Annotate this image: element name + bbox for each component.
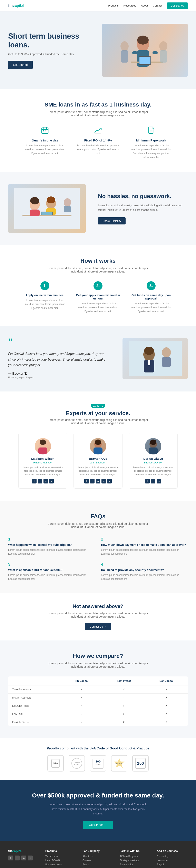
footer-link-partnerships[interactable]: Partnerships xyxy=(120,863,151,866)
footer-link-line-of-credit[interactable]: Line of Credit xyxy=(45,859,76,862)
faq-num-3: 3 xyxy=(8,562,95,567)
step-3-number: 3. xyxy=(146,281,156,290)
svg-point-33 xyxy=(64,198,71,207)
footer-link-press[interactable]: Press xyxy=(83,863,113,866)
footer-link-sba-loans[interactable]: SBA Loans xyxy=(45,867,76,868)
footer: fincapital f t in y Products Term Loans … xyxy=(0,841,196,868)
svg-rect-44 xyxy=(162,357,171,367)
twitter-icon[interactable]: t xyxy=(38,479,42,484)
footer-services: Add-on Services Consulting Insurance Pay… xyxy=(157,849,188,868)
comp-row-0: Zero Paperwork✓✓✗ xyxy=(8,685,188,693)
footer-youtube-icon[interactable]: y xyxy=(28,856,33,861)
svg-rect-5 xyxy=(153,51,158,54)
linkedin-icon-3[interactable]: in xyxy=(157,479,161,484)
how-subtext: Lorem ipsum dolor sit amet, consectetur … xyxy=(47,267,149,273)
contact-us-button[interactable]: Contact Us → xyxy=(85,623,111,630)
svg-rect-10 xyxy=(121,50,128,63)
step-3: 3. Get funds on same day upon approval. … xyxy=(129,281,173,314)
how-heading: How it works xyxy=(8,257,188,264)
svg-rect-53 xyxy=(149,447,158,455)
svg-rect-8 xyxy=(139,57,151,64)
svg-point-39 xyxy=(144,347,154,355)
facebook-icon[interactable]: f xyxy=(32,479,37,484)
feature-paperwork-text: Lorem ipsum suspendisse facilisis interd… xyxy=(129,144,173,159)
comp-cell-1-2: ✗ xyxy=(145,693,188,702)
twitter-icon-2[interactable]: t xyxy=(90,479,95,484)
navigation: fincapital Products Resources About Cont… xyxy=(0,0,196,11)
svg-rect-13 xyxy=(42,128,48,133)
team-social-madison: f t in y xyxy=(23,479,63,484)
footer-link-about[interactable]: About Us xyxy=(83,855,113,858)
hero-section: Short term business loans. Get Up to $50… xyxy=(0,11,196,89)
footer-link-investments[interactable]: Investments xyxy=(120,867,151,868)
footer-link-consulting[interactable]: Consulting xyxy=(157,855,188,858)
footer-link-affiliate[interactable]: Affiliate Program xyxy=(120,855,151,858)
nav-link-products[interactable]: Products xyxy=(108,4,119,7)
facebook-icon-2[interactable]: f xyxy=(84,479,89,484)
comparison-table: Fin Capital Fast Invest Bar Capital Zero… xyxy=(8,677,188,726)
hero-cta-button[interactable]: Get Started xyxy=(8,61,33,69)
footer-link-careers[interactable]: Careers xyxy=(83,859,113,862)
not-answered-section: Not answered above? Lorem ipsum dolor si… xyxy=(0,593,196,641)
footer-instagram-icon[interactable]: in xyxy=(21,856,26,861)
step-2-title: Get your application reviewed in an hour… xyxy=(75,293,121,300)
compliance-heading: Proudly compliant with the SFA Code of G… xyxy=(8,747,188,750)
svg-point-43 xyxy=(162,347,171,358)
avatar-brayton xyxy=(90,438,106,455)
facebook-icon-3[interactable]: f xyxy=(145,479,150,484)
experts-subtext: Lorem ipsum dolor sit amet, consectetur … xyxy=(47,418,149,425)
svg-point-11 xyxy=(159,41,167,51)
footer-cta-button[interactable]: Get Started → xyxy=(83,821,113,829)
footer-twitter-icon[interactable]: t xyxy=(15,856,20,861)
badge-certified: Certified Member xyxy=(69,755,85,772)
no-hassles-illustration xyxy=(14,188,79,229)
comp-cell-1-0: ✓ xyxy=(61,693,102,702)
footer-link-contact[interactable]: Contact xyxy=(83,867,113,868)
footer-link-payroll[interactable]: Payroll xyxy=(157,863,188,866)
youtube-icon-2[interactable]: y xyxy=(107,479,112,484)
hero-image xyxy=(102,24,188,77)
feature-paperwork-title: Minimum Paperwork xyxy=(129,138,173,142)
svg-rect-29 xyxy=(30,210,40,216)
faqs-subtext: Lorem ipsum dolor sit amet, consectetur … xyxy=(47,522,149,529)
twitter-icon-3[interactable]: t xyxy=(151,479,155,484)
svg-text:Clients: Clients xyxy=(96,764,100,766)
comp-cell-2-0: ✓ xyxy=(61,702,102,710)
feature-qualify: Qualify in one day Lorem ipsum suspendis… xyxy=(23,125,67,159)
linkedin-icon[interactable]: in xyxy=(43,479,48,484)
check-eligibility-button[interactable]: Check Eligibility xyxy=(98,217,126,224)
step-1-title: Apply online within minutes. xyxy=(23,293,67,297)
footer-brand: fincapital f t in y xyxy=(8,849,39,868)
footer-products-heading: Products xyxy=(45,849,76,852)
comp-label-0: Zero Paperwork xyxy=(8,685,61,693)
svg-rect-50 xyxy=(94,447,102,455)
faqs-heading: FAQs xyxy=(8,513,188,520)
footer-link-business-loans[interactable]: Business Loans xyxy=(45,863,76,866)
linkedin-icon-2[interactable]: in xyxy=(101,479,106,484)
comp-row-1: Instant Approval✓✓✗ xyxy=(8,693,188,702)
youtube-icon[interactable]: y xyxy=(49,479,54,484)
footer-facebook-icon[interactable]: f xyxy=(8,856,13,861)
footer-partners: Partner With Us Affiliate Program Strate… xyxy=(120,849,151,868)
footer-link-accounting[interactable]: Accounting xyxy=(157,867,188,868)
badge-150: 150 xyxy=(132,755,149,772)
svg-rect-4 xyxy=(132,51,137,54)
no-hassles-text: Lorem ipsum dolor sit amet, consectetur … xyxy=(98,203,188,212)
instagram-icon[interactable]: ig xyxy=(96,479,100,484)
team-text-brayton: Lorem ipsum dolor sit amet, consectetur … xyxy=(78,466,118,476)
testimonial-author: — Booker T. Founder, Akpho Inspire xyxy=(8,372,110,379)
svg-point-28 xyxy=(30,197,39,205)
nav-link-resources[interactable]: Resources xyxy=(124,4,136,7)
nav-link-about[interactable]: About xyxy=(141,4,148,7)
compliance-section: Proudly compliant with the SFA Code of G… xyxy=(0,738,196,780)
feature-roi: Fixed ROI of 14.9% Suspendisse facilisis… xyxy=(75,125,121,159)
nav-link-contact[interactable]: Contact xyxy=(153,4,162,7)
footer-link-insurance[interactable]: Insurance xyxy=(157,859,188,862)
experts-section: EXPERTS Experts at your service. Lorem i… xyxy=(0,392,196,501)
footer-link-strategy[interactable]: Strategy Meetings xyxy=(120,859,151,862)
svg-rect-18 xyxy=(45,130,46,131)
footer-link-term-loans[interactable]: Term Loans xyxy=(45,855,76,858)
svg-rect-47 xyxy=(38,447,47,455)
team-social-darius: f t in xyxy=(133,479,173,484)
nav-cta-button[interactable]: Get Started xyxy=(167,2,188,9)
